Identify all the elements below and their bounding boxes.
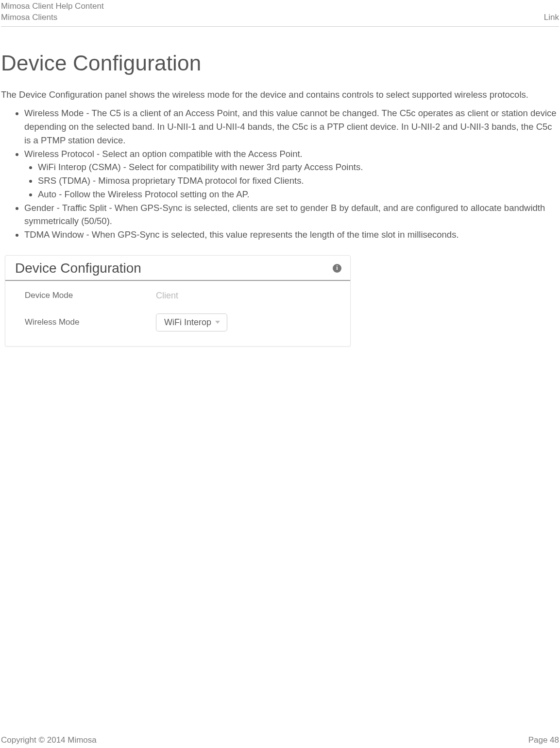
intro-paragraph: The Device Configuration panel shows the… [1,87,559,103]
list-item: SRS (TDMA) - Mimosa proprietary TDMA pro… [38,174,559,188]
page-header: Mimosa Client Help Content Mimosa Client… [1,0,559,27]
header-section-label: Link [544,12,559,23]
list-item: Wireless Mode - The C5 is a client of an… [24,106,559,147]
list-item: Wireless Protocol - Select an option com… [24,147,559,201]
panel-body: Device Mode Client Wireless Mode WiFi In… [5,281,350,346]
header-title-line1: Mimosa Client Help Content [1,1,104,12]
device-mode-value: Client [156,291,178,301]
panel-header: Device Configuration i [5,256,350,281]
list-item: Auto - Follow the Wireless Protocol sett… [38,188,559,201]
chevron-down-icon [215,321,220,324]
page-title: Device Configuration [1,51,559,75]
wireless-mode-dropdown[interactable]: WiFi Interop [156,313,227,331]
content-area: Device Configuration The Device Configur… [0,27,560,347]
wireless-mode-selected: WiFi Interop [164,317,211,328]
list-item: WiFi Interop (CSMA) - Select for compati… [38,160,559,174]
copyright-text: Copyright © 2014 Mimosa [1,735,97,745]
list-item: Gender - Traffic Split - When GPS-Sync i… [24,201,559,228]
list-item-text: Wireless Protocol - Select an option com… [24,149,303,159]
form-row-wireless-mode: Wireless Mode WiFi Interop [25,313,341,331]
device-configuration-panel: Device Configuration i Device Mode Clien… [5,255,351,347]
page-number: Page 48 [528,735,559,745]
header-title-line2: Mimosa Clients [1,12,57,23]
wireless-mode-label: Wireless Mode [25,317,156,327]
info-icon[interactable]: i [333,264,341,273]
device-mode-label: Device Mode [25,291,156,300]
form-row-device-mode: Device Mode Client [25,291,341,301]
page-footer: Copyright © 2014 Mimosa Page 48 [1,735,559,745]
list-item: TDMA Window - When GPS-Sync is selected,… [24,228,559,242]
bullet-list: Wireless Mode - The C5 is a client of an… [1,106,559,242]
nested-bullet-list: WiFi Interop (CSMA) - Select for compati… [24,160,559,201]
panel-title: Device Configuration [15,261,141,276]
